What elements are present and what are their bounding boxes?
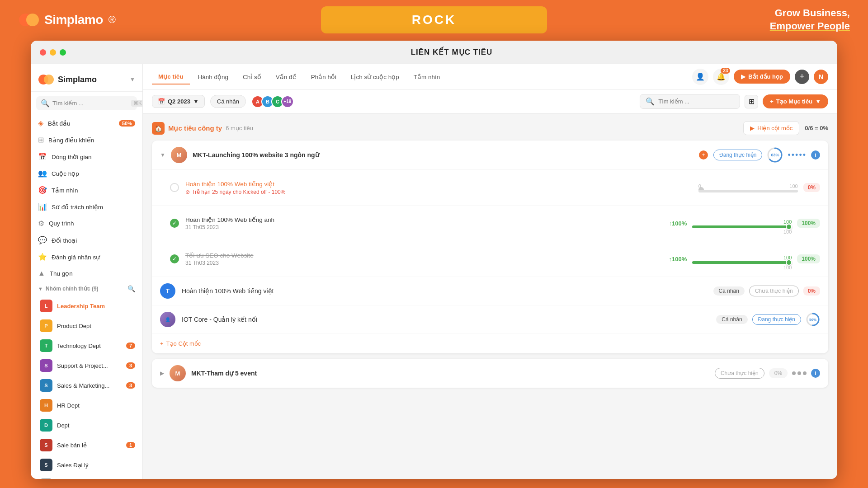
sidebar-logo-text: Simplamo (58, 75, 97, 84)
window-minimize-btn[interactable] (50, 49, 56, 56)
sidebar-group-cai-dat[interactable]: ⚙ Cài đặt (31, 475, 142, 479)
kr-value-3: ↑100% (669, 256, 687, 263)
linked-goal-title-2: IOT Core - Quản lý kết nối (182, 316, 710, 323)
sidebar-group-sales-marketing[interactable]: S Sales & Marketing... 3 (31, 375, 142, 395)
sidebar-group-technology[interactable]: T Technology Dept 7 (31, 336, 142, 356)
nav-tam-nhin[interactable]: Tầm nhìn (407, 70, 447, 84)
user-avatar[interactable]: N (814, 70, 828, 84)
nav-chi-so[interactable]: Chỉ số (236, 70, 268, 84)
linked-goal-owner-2: Cá nhân (716, 315, 747, 324)
sidebar-item-cuoc-hop[interactable]: 👥 Cuộc họp (31, 165, 142, 182)
nav-hanh-dong[interactable]: Hành động (192, 70, 235, 84)
sale-ban-le-color-dot: S (40, 439, 52, 451)
goal-status-badge-1[interactable]: Đang thực hiện (713, 150, 762, 160)
sidebar-group-support[interactable]: S Support & Project... 3 (31, 356, 142, 375)
sidebar-item-tam-nhin[interactable]: 🎯 Tầm nhìn (31, 182, 142, 198)
sidebar-group-hr[interactable]: H HR Dept (31, 395, 142, 415)
linked-goal-status-1[interactable]: Chưa thực hiện (749, 286, 799, 296)
sidebar-chevron-icon[interactable]: ▼ (130, 76, 135, 83)
window-maximize-btn[interactable] (60, 49, 66, 56)
sidebar-item-bat-dau[interactable]: ◈ Bắt đầu 50% (31, 115, 142, 131)
nav-muc-tieu[interactable]: Mục tiêu (152, 69, 190, 84)
quarter-selector[interactable]: 📅 Q2 2023 ▼ (152, 95, 205, 108)
top-logo: Simplamo ® (18, 9, 116, 31)
filter-options-btn[interactable]: ⊞ (745, 95, 758, 108)
goal2-status-badge[interactable]: Chưa thực hiện (715, 368, 764, 379)
sidebar-group-dept[interactable]: D Dept (31, 415, 142, 435)
sidebar-item-dong-thoi-gian[interactable]: 📅 Dòng thời gian (31, 148, 142, 165)
kr-deadline-3: 31 Th03 2023 (185, 260, 663, 266)
sidebar-group-sale-ban-le[interactable]: S Sale bán lẻ 1 (31, 435, 142, 455)
kr-checkbox-2[interactable]: ✓ (170, 219, 179, 228)
sidebar-item-thu-gon[interactable]: ▲ Thu gọn (31, 265, 142, 282)
sidebar-group-product[interactable]: P Product Dept (31, 316, 142, 336)
toolbar-search[interactable]: 🔍 (640, 94, 740, 109)
toolbar-search-input[interactable] (658, 98, 734, 105)
sidebar-item-doi-thoai[interactable]: 💬 Đối thoại (31, 232, 142, 249)
window-close-btn[interactable] (40, 49, 46, 56)
svg-point-3 (44, 75, 54, 84)
play-icon: ▶ (741, 73, 745, 80)
personal-filter-btn[interactable]: Cá nhân (210, 95, 246, 108)
plus-milestone-icon: + (160, 340, 164, 347)
sidebar-logo-icon (38, 71, 54, 88)
kr-checkbox-3[interactable]: ✓ (170, 254, 179, 263)
nav-phan-hoi[interactable]: Phản hồi (305, 70, 343, 84)
kr-title-1: Hoàn thiện 100% Web tiếng việt (185, 180, 692, 188)
nav-van-de[interactable]: Vấn đề (269, 70, 303, 84)
linked-goal-right-1: Cá nhân Chưa thực hiện 0% (713, 286, 820, 296)
sidebar-item-danh-gia[interactable]: ⭐ Đánh giá nhân sự (31, 249, 142, 265)
start-meeting-button[interactable]: ▶ Bắt đầu họp (734, 70, 790, 84)
goal-title-2: MKT-Tham dự 5 event (191, 370, 709, 377)
progress-summary: 0/6 = 0% (805, 125, 828, 131)
sidebar-item-bang-dieu-khien[interactable]: ⊞ Bảng điều khiển (31, 131, 142, 148)
chevron-icon: ▼ (815, 98, 821, 105)
goal-info-icon-1[interactable]: i (811, 150, 820, 160)
goal-avatar-2: M (170, 365, 186, 381)
main-content: Mục tiêu Hành động Chỉ số Vấn đề Phản hồ… (143, 64, 837, 479)
kr-right-2: ↑100% 100 100 (669, 212, 820, 235)
sidebar-item-so-do[interactable]: 📊 Sơ đồ trách nhiệm (31, 198, 142, 215)
top-logo-text: Simplamo (44, 13, 103, 27)
kr-value-2: ↑100% (669, 220, 687, 227)
user-profile-btn[interactable]: 👤 (692, 69, 708, 85)
kr-checkbox-1[interactable] (170, 183, 179, 192)
sidebar-groups-header[interactable]: ▼ Nhóm chính thức (9) 🔍 (31, 282, 142, 296)
sidebar-search[interactable]: 🔍 ⌘K (36, 96, 137, 110)
kr-warning-1: ⊘ Trễ hạn 25 ngày cho Kicked off - 100% (185, 189, 692, 195)
nav-lich-su[interactable]: Lịch sử cuộc họp (344, 70, 406, 84)
goal-expand-icon[interactable]: ▼ (160, 152, 165, 158)
content-area: 🏠 Mục tiêu công ty 6 mục tiêu ▶ Hiện cột… (143, 114, 837, 479)
kr-percent-1: 0% (803, 183, 820, 192)
goal-add-icon[interactable]: + (699, 150, 708, 160)
milestone-play-icon: ▶ (750, 125, 755, 131)
kr-title-3: Tối ưu SEO cho Website (185, 252, 663, 259)
goal-title-1: MKT-Launching 100% website 3 ngôn ngữ (193, 151, 693, 159)
create-goal-button[interactable]: + Tạo Mục tiêu ▼ (763, 94, 828, 108)
goal-dots-1[interactable]: ••••• (788, 150, 807, 160)
sidebar-search-input[interactable] (52, 100, 128, 107)
show-milestone-button[interactable]: ▶ Hiện cột mốc (743, 121, 799, 135)
kr-info-1: Hoàn thiện 100% Web tiếng việt ⊘ Trễ hạn… (185, 180, 692, 195)
leadership-color-dot: L (40, 300, 52, 312)
hr-color-dot: H (40, 399, 52, 412)
linked-goal-1: T Hoàn thiện 100% Web tiếng việt Cá nhân… (152, 277, 828, 305)
goal2-expand-icon[interactable]: ▶ (160, 370, 164, 376)
avatar-more[interactable]: +19 (281, 95, 294, 108)
sidebar-item-quy-trinh[interactable]: ⚙ Quy trình (31, 215, 142, 232)
goal2-info-icon[interactable]: i (811, 369, 820, 378)
warning-icon: ⊘ (185, 189, 190, 195)
add-button[interactable]: + (795, 70, 809, 84)
sidebar-group-leadership[interactable]: L Leadership Team (31, 296, 142, 316)
linked-goal-status-2[interactable]: Đang thực hiện (752, 314, 801, 325)
goal2-dots[interactable] (792, 371, 807, 375)
notifications-btn[interactable]: 🔔 23 (713, 69, 729, 85)
support-color-dot: S (40, 359, 52, 372)
main-window: LIÊN KẾT MỤC TIÊU Simplamo ▼ 🔍 ⌘K (31, 41, 837, 479)
product-color-dot: P (40, 319, 52, 332)
create-milestone-button[interactable]: + Tạo Cột mốc (160, 340, 201, 347)
groups-search-icon[interactable]: 🔍 (127, 285, 135, 292)
top-nav-right: 👤 🔔 23 ▶ Bắt đầu họp + N (692, 69, 828, 85)
sidebar-group-sales-dai-ly[interactable]: S Sales Đại lý (31, 455, 142, 475)
linked-goal-avatar-1: T (160, 283, 175, 299)
